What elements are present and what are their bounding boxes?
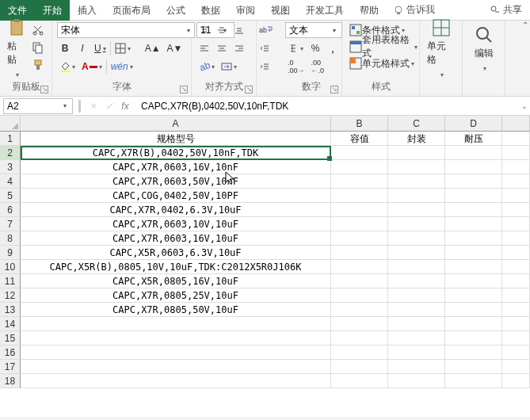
comma-button[interactable]: ,	[325, 40, 341, 56]
cell-A14[interactable]	[21, 317, 331, 331]
cell-D8[interactable]	[445, 231, 502, 246]
ribbon-collapse-button[interactable]: ⌃	[522, 21, 528, 29]
name-box-input[interactable]	[4, 101, 59, 112]
row-header-4[interactable]: 4	[0, 174, 21, 189]
expand-formula-bar-button[interactable]: ⌄	[519, 102, 530, 110]
number-format-combo[interactable]: ▾	[285, 22, 342, 38]
tab-formulas[interactable]: 公式	[158, 0, 193, 21]
cell-C1[interactable]: 封装	[388, 132, 445, 146]
cell-C3[interactable]	[388, 160, 445, 174]
cell-blank-11[interactable]	[502, 274, 530, 288]
cells-menu-button[interactable]: 单元格	[425, 22, 457, 74]
cell-C4[interactable]	[388, 174, 445, 189]
cell-A10[interactable]: CAPC,X5R(B),0805,10V,10uF,TDK:C2012X5R0J…	[21, 260, 331, 274]
cut-button[interactable]	[29, 22, 47, 38]
column-header-D[interactable]: D	[445, 116, 502, 132]
cell-A7[interactable]: CAPC,X7R,0603,10V,10uF	[21, 217, 331, 231]
cell-D18[interactable]	[445, 374, 502, 388]
tab-data[interactable]: 数据	[193, 0, 228, 21]
format-painter-button[interactable]	[29, 57, 47, 73]
cell-blank-7[interactable]	[502, 217, 530, 231]
chevron-down-icon[interactable]: ▾	[329, 27, 340, 34]
column-header-A[interactable]: A	[21, 116, 331, 132]
cell-B4[interactable]	[331, 174, 388, 189]
cell-C2[interactable]	[388, 146, 445, 160]
cell-blank-18[interactable]	[502, 374, 530, 388]
cell-B3[interactable]	[331, 160, 388, 174]
tab-page-layout[interactable]: 页面布局	[105, 0, 158, 21]
column-header-B[interactable]: B	[331, 116, 388, 132]
cell-C14[interactable]	[388, 317, 445, 331]
cell-B15[interactable]	[331, 331, 388, 346]
font-dialog-launcher[interactable]: ↘	[180, 86, 188, 94]
cell-blank-5[interactable]	[502, 189, 530, 203]
number-format-input[interactable]	[286, 23, 329, 37]
cell-A17[interactable]	[21, 360, 331, 374]
cell-D7[interactable]	[445, 217, 502, 231]
align-center-button[interactable]	[214, 40, 230, 56]
align-bottom-button[interactable]	[231, 22, 247, 38]
cell-D11[interactable]	[445, 274, 502, 288]
row-header-10[interactable]: 10	[0, 260, 21, 274]
cell-C13[interactable]	[388, 303, 445, 317]
format-as-table-button[interactable]: 套用表格格式	[347, 39, 420, 55]
clipboard-dialog-launcher[interactable]: ↘	[40, 86, 48, 94]
cell-D2[interactable]	[445, 146, 502, 160]
row-header-9[interactable]: 9	[0, 246, 21, 260]
increase-font-button[interactable]: A▲	[143, 40, 163, 56]
bold-button[interactable]: B	[57, 40, 73, 56]
cell-A1[interactable]: 规格型号	[21, 132, 331, 146]
cell-D6[interactable]	[445, 203, 502, 217]
row-header-8[interactable]: 8	[0, 231, 21, 246]
row-header-3[interactable]: 3	[0, 160, 21, 174]
cell-A11[interactable]: CAPC,X5R,0805,16V,10uF	[21, 274, 331, 288]
cell-A5[interactable]: CAPC,COG,0402,50V,10PF	[21, 189, 331, 203]
decrease-decimal-button[interactable]: .00←.0	[309, 59, 327, 74]
cell-A18[interactable]	[21, 374, 331, 388]
cell-C7[interactable]	[388, 217, 445, 231]
cell-B14[interactable]	[331, 317, 388, 331]
font-color-button[interactable]: A	[79, 59, 105, 74]
cell-C16[interactable]	[388, 346, 445, 360]
cell-A3[interactable]: CAPC,X7R,0603,16V,10nF	[21, 160, 331, 174]
cell-D10[interactable]	[445, 260, 502, 274]
cell-blank-14[interactable]	[502, 317, 530, 331]
cell-A4[interactable]: CAPC,X7R,0603,50V,10nF	[21, 174, 331, 189]
cell-C8[interactable]	[388, 231, 445, 246]
cell-B13[interactable]	[331, 303, 388, 317]
cell-blank-8[interactable]	[502, 231, 530, 246]
cell-blank-10[interactable]	[502, 260, 530, 274]
row-header-11[interactable]: 11	[0, 274, 21, 288]
chevron-down-icon[interactable]: ▾	[59, 102, 71, 109]
row-header-12[interactable]: 12	[0, 288, 21, 303]
cell-B8[interactable]	[331, 231, 388, 246]
share-button[interactable]: 共享	[482, 3, 530, 17]
alignment-dialog-launcher[interactable]: ↘	[245, 86, 253, 94]
cancel-formula-button[interactable]: ×	[86, 101, 101, 112]
cell-D13[interactable]	[445, 303, 502, 317]
cell-D15[interactable]	[445, 331, 502, 346]
cell-C17[interactable]	[388, 360, 445, 374]
cell-blank-6[interactable]	[502, 203, 530, 217]
tell-me[interactable]: 告诉我	[387, 3, 441, 17]
cell-blank-16[interactable]	[502, 346, 530, 360]
cell-A12[interactable]: CAPC,X7R,0805,25V,10uF	[21, 288, 331, 303]
align-top-button[interactable]	[196, 22, 212, 38]
cell-B18[interactable]	[331, 374, 388, 388]
editing-menu-button[interactable]: 编辑	[467, 22, 500, 74]
cell-blank-15[interactable]	[502, 331, 530, 346]
accounting-format-button[interactable]	[285, 40, 306, 56]
row-header-17[interactable]: 17	[0, 360, 21, 374]
fill-color-button[interactable]	[57, 59, 78, 74]
insert-function-button[interactable]: fx	[117, 101, 133, 112]
tab-help[interactable]: 帮助	[352, 0, 387, 21]
increase-decimal-button[interactable]: .0.00→	[285, 59, 307, 74]
row-header-16[interactable]: 16	[0, 346, 21, 360]
cell-B10[interactable]	[331, 260, 388, 274]
cell-B16[interactable]	[331, 346, 388, 360]
cell-D1[interactable]: 耐压	[445, 132, 502, 146]
merge-button[interactable]	[219, 59, 239, 74]
cell-D17[interactable]	[445, 360, 502, 374]
cell-blank-13[interactable]	[502, 303, 530, 317]
align-right-button[interactable]	[231, 40, 247, 56]
